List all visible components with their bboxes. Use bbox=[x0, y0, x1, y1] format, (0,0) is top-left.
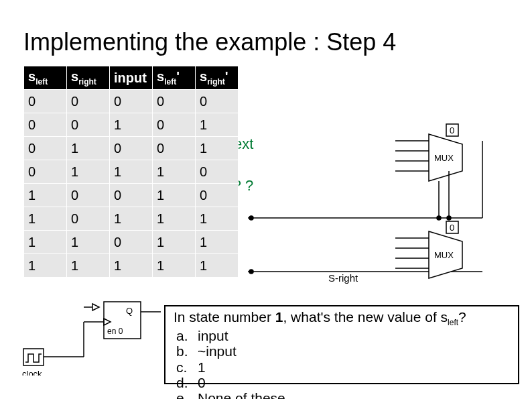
table-cell: 1 bbox=[110, 207, 153, 231]
prompt-post: , what's the new value of s bbox=[283, 309, 448, 325]
option-label: a. bbox=[176, 328, 190, 343]
question-prompt: In state number 1, what's the new value … bbox=[174, 309, 511, 327]
table-cell: 1 bbox=[153, 184, 196, 207]
option-value: None of these. bbox=[198, 390, 289, 399]
table-cell: 1 bbox=[110, 254, 153, 278]
table-cell: 0 bbox=[24, 113, 67, 137]
table-cell: 1 bbox=[24, 254, 67, 278]
table-cell: 1 bbox=[196, 113, 239, 137]
option-value: input bbox=[198, 328, 228, 343]
table-cell: 1 bbox=[24, 207, 67, 231]
prompt-state-num: 1 bbox=[275, 309, 283, 325]
table-cell: 0 bbox=[67, 113, 110, 137]
table-cell: 0 bbox=[196, 90, 239, 113]
mux-bottom-zero: 0 bbox=[450, 223, 454, 233]
table-cell: 0 bbox=[24, 90, 67, 113]
option-value: ~input bbox=[198, 343, 237, 359]
table-row: 00000 bbox=[24, 90, 239, 113]
option-label: d. bbox=[176, 375, 190, 390]
question-options: a.inputb.~inputc.1d.0e.None of these. bbox=[174, 328, 511, 399]
question-option: c.1 bbox=[176, 359, 511, 375]
table-cell: 1 bbox=[110, 160, 153, 184]
question-option: a.input bbox=[176, 328, 511, 343]
table-body: 0000000101010010111010010101111101111111 bbox=[24, 90, 239, 278]
table-cell: 0 bbox=[67, 207, 110, 231]
table-cell: 1 bbox=[196, 254, 239, 278]
table-row: 10111 bbox=[24, 207, 239, 231]
svg-point-19 bbox=[249, 270, 253, 274]
col-input: input bbox=[110, 66, 153, 90]
slide-title: Implementing the example : Step 4 bbox=[23, 28, 396, 56]
table-cell: 1 bbox=[67, 254, 110, 278]
table-cell: 0 bbox=[196, 160, 239, 184]
table-row: 11111 bbox=[24, 254, 239, 278]
table-cell: 1 bbox=[196, 231, 239, 254]
table-cell: 1 bbox=[196, 207, 239, 231]
table-cell: 0 bbox=[67, 184, 110, 207]
svg-point-17 bbox=[447, 216, 451, 220]
table-cell: 0 bbox=[110, 137, 153, 160]
table-cell: 0 bbox=[110, 184, 153, 207]
svg-point-18 bbox=[249, 216, 253, 220]
col-sright: sright bbox=[67, 66, 110, 90]
table-cell: 0 bbox=[67, 90, 110, 113]
table-cell: 1 bbox=[24, 231, 67, 254]
table-cell: 0 bbox=[153, 90, 196, 113]
option-value: 1 bbox=[198, 359, 206, 375]
col-sright-prime: sright' bbox=[196, 66, 239, 90]
mux-top-zero: 0 bbox=[450, 125, 454, 135]
table-cell: 0 bbox=[153, 137, 196, 160]
table-cell: 1 bbox=[67, 160, 110, 184]
q-label: Q bbox=[126, 306, 133, 316]
table-row: 01110 bbox=[24, 160, 239, 184]
prompt-sub: left bbox=[448, 318, 458, 327]
question-box: In state number 1, what's the new value … bbox=[164, 305, 519, 384]
prompt-end: ? bbox=[458, 309, 466, 325]
table-row: 10010 bbox=[24, 184, 239, 207]
s-right-label: S-right bbox=[328, 272, 358, 284]
question-option: d.0 bbox=[176, 375, 511, 390]
prompt-pre: In state number bbox=[174, 309, 275, 325]
table-cell: 1 bbox=[153, 207, 196, 231]
table-cell: 1 bbox=[153, 231, 196, 254]
col-sleft: sleft bbox=[24, 66, 67, 90]
col-sleft-prime: sleft' bbox=[153, 66, 196, 90]
truth-table: sleft sright input sleft' sright' 000000… bbox=[23, 66, 239, 278]
table-cell: 0 bbox=[153, 113, 196, 137]
table-cell: 0 bbox=[110, 231, 153, 254]
table-cell: 1 bbox=[110, 113, 153, 137]
table-cell: 1 bbox=[196, 137, 239, 160]
table-row: 01001 bbox=[24, 137, 239, 160]
question-option: b.~input bbox=[176, 343, 511, 359]
table-header-row: sleft sright input sleft' sright' bbox=[24, 66, 239, 90]
mux-bottom-label: MUX bbox=[434, 250, 454, 260]
question-option: e.None of these. bbox=[176, 390, 511, 399]
option-value: 0 bbox=[198, 375, 206, 390]
table-cell: 1 bbox=[153, 254, 196, 278]
en-label: en 0 bbox=[107, 327, 123, 336]
table-cell: 0 bbox=[24, 137, 67, 160]
table-cell: 0 bbox=[24, 160, 67, 184]
option-label: e. bbox=[176, 390, 190, 399]
svg-point-16 bbox=[437, 216, 441, 220]
table-cell: 0 bbox=[110, 90, 153, 113]
table-row: 11011 bbox=[24, 231, 239, 254]
option-label: b. bbox=[176, 343, 190, 359]
clock-label: clock bbox=[22, 369, 42, 376]
table-cell: 1 bbox=[67, 137, 110, 160]
table-row: 00101 bbox=[24, 113, 239, 137]
option-label: c. bbox=[176, 359, 190, 375]
table-cell: 1 bbox=[24, 184, 67, 207]
table-cell: 1 bbox=[67, 231, 110, 254]
table-cell: 1 bbox=[153, 160, 196, 184]
mux-top-label: MUX bbox=[434, 153, 454, 163]
table-cell: 0 bbox=[196, 184, 239, 207]
